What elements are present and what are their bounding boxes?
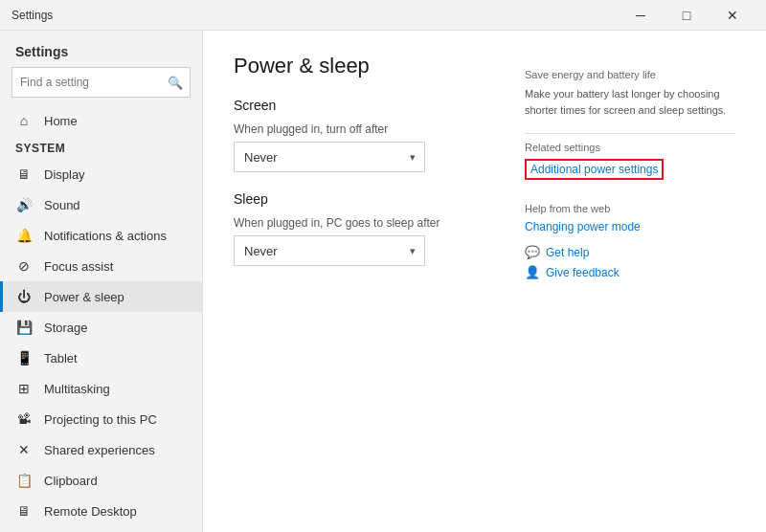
page-title: Power & sleep (234, 54, 486, 78)
changing-power-mode-link[interactable]: Changing power mode (525, 220, 735, 233)
system-label: System (0, 136, 202, 159)
sidebar-item-label: Shared experiences (44, 443, 155, 457)
screen-field-label: When plugged in, turn off after (234, 122, 486, 136)
app-container: Settings 🔍 ⌂ Home System 🖥 Display 🔊 Sou… (0, 31, 766, 532)
sidebar-item-label: Clipboard (44, 474, 98, 488)
sidebar-item-label: Multitasking (44, 382, 110, 396)
related-settings-title: Related settings (525, 142, 735, 153)
sound-icon: 🔊 (15, 197, 33, 212)
sidebar-item-label: Storage (44, 321, 88, 335)
search-icon: 🔍 (168, 76, 183, 90)
sleep-dropdown-wrapper: Never 1 minute 2 minutes 5 minutes 10 mi… (234, 235, 425, 266)
search-input[interactable] (11, 67, 191, 98)
maximize-button[interactable]: □ (665, 0, 709, 31)
content-right: Save energy and battery life Make your b… (525, 54, 735, 509)
sidebar-item-display[interactable]: 🖥 Display (0, 159, 202, 189)
sidebar-item-storage[interactable]: 💾 Storage (0, 312, 202, 343)
sidebar-item-tablet[interactable]: 📱 Tablet (0, 343, 202, 373)
sidebar-item-label: Home (44, 114, 78, 128)
focus-icon: ⊘ (15, 258, 33, 274)
give-feedback-link[interactable]: 👤 Give feedback (525, 265, 735, 279)
sidebar-item-shared[interactable]: ✕ Shared experiences (0, 434, 202, 465)
notifications-icon: 🔔 (15, 228, 33, 243)
sidebar-item-label: Focus assist (44, 259, 113, 274)
sidebar-item-projecting[interactable]: 📽 Projecting to this PC (0, 404, 202, 434)
sidebar-item-power[interactable]: ⏻ Power & sleep (0, 281, 202, 312)
sidebar-item-notifications[interactable]: 🔔 Notifications & actions (0, 220, 202, 251)
sidebar-item-label: Display (44, 167, 85, 182)
home-icon: ⌂ (15, 113, 33, 128)
minimize-button[interactable]: ─ (619, 0, 663, 31)
sidebar-item-label: Remote Desktop (44, 504, 137, 519)
close-button[interactable]: ✕ (710, 0, 755, 31)
sidebar-item-label: Tablet (44, 351, 78, 366)
get-help-icon: 💬 (525, 245, 540, 259)
screen-dropdown[interactable]: Never 1 minute 2 minutes 5 minutes 10 mi… (234, 142, 425, 172)
content-left: Power & sleep Screen When plugged in, tu… (234, 54, 486, 509)
projecting-icon: 📽 (15, 411, 33, 427)
remote-icon: 🖥 (15, 503, 33, 519)
get-help-label: Get help (546, 246, 589, 259)
sidebar-item-focus[interactable]: ⊘ Focus assist (0, 251, 202, 281)
sidebar-item-remote[interactable]: 🖥 Remote Desktop (0, 496, 202, 526)
sidebar-item-multitasking[interactable]: ⊞ Multitasking (0, 373, 202, 404)
sidebar-item-sound[interactable]: 🔊 Sound (0, 189, 202, 220)
save-energy-desc: Make your battery last longer by choosin… (525, 86, 735, 118)
sidebar-header: Settings (0, 31, 202, 67)
titlebar-title: Settings (11, 9, 53, 22)
power-icon: ⏻ (15, 289, 33, 304)
titlebar-controls: ─ □ ✕ (619, 0, 755, 31)
sleep-section-title: Sleep (234, 191, 486, 207)
give-feedback-label: Give feedback (546, 266, 620, 279)
display-icon: 🖥 (15, 166, 33, 182)
sidebar-item-about[interactable]: ℹ About (0, 526, 202, 532)
sidebar-item-label: Sound (44, 198, 80, 212)
titlebar: Settings ─ □ ✕ (0, 0, 766, 31)
sleep-dropdown[interactable]: Never 1 minute 2 minutes 5 minutes 10 mi… (234, 235, 425, 266)
give-feedback-icon: 👤 (525, 265, 540, 279)
sleep-field-label: When plugged in, PC goes to sleep after (234, 216, 486, 230)
screen-dropdown-wrapper: Never 1 minute 2 minutes 5 minutes 10 mi… (234, 142, 425, 172)
help-from-web-title: Help from the web (525, 203, 735, 214)
search-container: 🔍 (11, 67, 191, 98)
sidebar-item-label: Notifications & actions (44, 229, 167, 243)
storage-icon: 💾 (15, 320, 33, 335)
shared-icon: ✕ (15, 442, 33, 457)
sidebar-item-home[interactable]: ⌂ Home (0, 105, 202, 136)
sidebar: Settings 🔍 ⌂ Home System 🖥 Display 🔊 Sou… (0, 31, 203, 532)
additional-power-settings-link[interactable]: Additional power settings (525, 159, 664, 180)
screen-section-title: Screen (234, 98, 486, 113)
tablet-icon: 📱 (15, 350, 33, 366)
save-energy-title: Save energy and battery life (525, 69, 735, 80)
sidebar-item-label: Power & sleep (44, 290, 124, 304)
clipboard-icon: 📋 (15, 473, 33, 488)
main-content: Power & sleep Screen When plugged in, tu… (203, 31, 766, 532)
sidebar-item-clipboard[interactable]: 📋 Clipboard (0, 465, 202, 496)
multitasking-icon: ⊞ (15, 381, 33, 396)
sidebar-item-label: Projecting to this PC (44, 412, 157, 427)
help-section: 💬 Get help 👤 Give feedback (525, 245, 735, 279)
get-help-link[interactable]: 💬 Get help (525, 245, 735, 259)
divider (525, 133, 735, 134)
